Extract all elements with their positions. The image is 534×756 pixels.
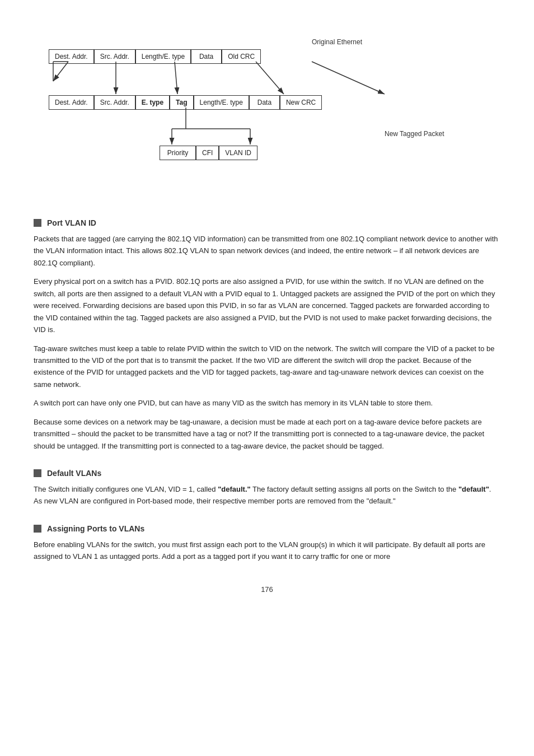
tag-priority: Priority (160, 146, 196, 160)
top-length-etype: Length/E. type (135, 49, 191, 64)
section-heading-port-vlan: Port VLAN ID (34, 218, 500, 227)
bot-dest-addr: Dest. Addr. (49, 95, 94, 110)
bot-tag: Tag (170, 95, 193, 110)
section-title-default-vlans: Default VLANs (47, 469, 101, 478)
section-icon-default-vlans (34, 469, 41, 477)
top-row: Dest. Addr. Src. Addr. Length/E. type Da… (49, 49, 261, 64)
svg-line-6 (256, 62, 284, 94)
section-icon-assigning (34, 525, 41, 533)
section-title-assigning: Assigning Ports to VLANs (47, 524, 144, 533)
tag-cfi: CFI (196, 146, 219, 160)
svg-line-5 (175, 62, 177, 94)
para-port-vlan-4: A switch port can have only one PVID, bu… (34, 397, 500, 409)
tag-vlanid: VLAN ID (219, 146, 257, 160)
section-title-port-vlan: Port VLAN ID (47, 218, 96, 227)
sections-container: Port VLAN ID Packets that are tagged (ar… (34, 218, 500, 563)
tag-row: Priority CFI VLAN ID (160, 146, 257, 160)
para-port-vlan-5: Because some devices on a network may be… (34, 416, 500, 452)
svg-line-7 (312, 62, 385, 94)
para-port-vlan-3: Tag-aware switches must keep a table to … (34, 343, 500, 391)
section-default-vlans: Default VLANs The Switch initially confi… (34, 469, 500, 507)
bot-new-crc: New CRC (280, 95, 322, 110)
section-body-default-vlans: The Switch initially configures one VLAN… (34, 483, 500, 507)
diagram-container: Original Ethernet Dest. Addr. Src. Addr.… (38, 34, 496, 196)
para-port-vlan-1: Packets that are tagged (are carrying th… (34, 233, 500, 269)
section-body-port-vlan: Packets that are tagged (are carrying th… (34, 233, 500, 452)
top-src-addr: Src. Addr. (94, 49, 135, 64)
svg-line-1 (53, 62, 68, 81)
bot-src-addr: Src. Addr. (94, 95, 135, 110)
section-body-assigning: Before enabling VLANs for the switch, yo… (34, 539, 500, 563)
top-dest-addr: Dest. Addr. (49, 49, 94, 64)
section-heading-assigning: Assigning Ports to VLANs (34, 524, 500, 533)
top-data: Data (191, 49, 222, 64)
para-port-vlan-2: Every physical port on a switch has a PV… (34, 276, 500, 335)
bot-etype: E. type (135, 95, 170, 110)
bottom-row: Dest. Addr. Src. Addr. E. type Tag Lengt… (49, 95, 322, 110)
section-icon-port-vlan (34, 219, 41, 227)
para-default-vlans-1: The Switch initially configures one VLAN… (34, 483, 500, 507)
bot-length-etype: Length/E. type (194, 95, 249, 110)
section-assigning-ports: Assigning Ports to VLANs Before enabling… (34, 524, 500, 563)
page-number: 176 (34, 585, 500, 594)
label-new-tagged: New Tagged Packet (385, 130, 444, 138)
section-port-vlan-id: Port VLAN ID Packets that are tagged (ar… (34, 218, 500, 452)
bot-data: Data (249, 95, 280, 110)
para-assigning-1: Before enabling VLANs for the switch, yo… (34, 539, 500, 563)
label-original-ethernet: Original Ethernet (312, 38, 362, 46)
section-heading-default-vlans: Default VLANs (34, 469, 500, 478)
top-old-crc: Old CRC (222, 49, 261, 64)
